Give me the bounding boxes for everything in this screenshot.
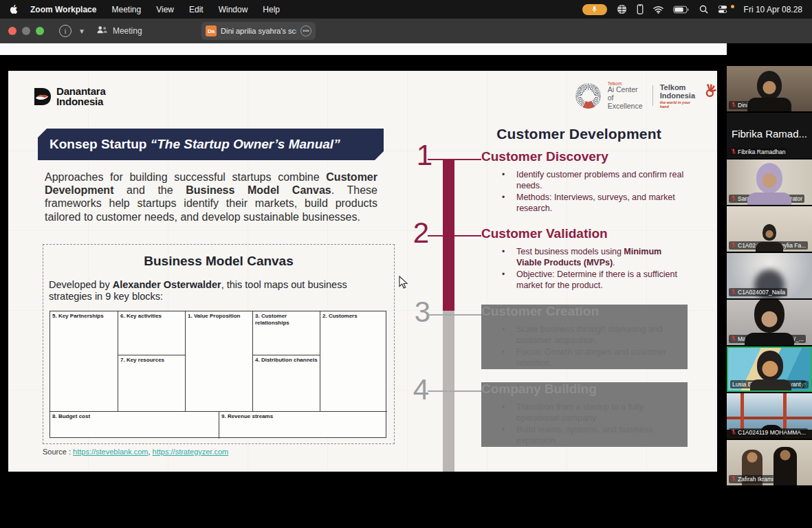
menu-meeting[interactable]: Meeting [111, 5, 141, 14]
shared-screen-tab[interactable]: Da Dini aprilia syahra's screen ••• [201, 22, 316, 40]
ai-coe-sunburst-icon [575, 83, 601, 109]
participant-tile[interactable]: Sarah Amalia_Moderator [727, 160, 812, 205]
wifi-icon[interactable] [653, 6, 663, 14]
timeline-number-2: 2 [406, 219, 429, 248]
section-company-building: Company Building Transition from a start… [481, 382, 688, 447]
participant-name: C1A024007_Naila [738, 289, 785, 296]
bmc-title: Business Model Canvas [43, 254, 395, 269]
logo-divider [652, 85, 653, 106]
participant-name: C1A024119 MOHAMMA... [738, 429, 806, 436]
menu-window[interactable]: Window [219, 5, 248, 14]
source-label: Source : [43, 448, 71, 456]
muted-mic-icon [731, 336, 736, 342]
window-close-button[interactable] [8, 27, 17, 35]
timeline-connector-4 [428, 390, 481, 392]
timeline-bullet: Identify customer problems and confirm r… [481, 169, 688, 191]
participant-tile[interactable]: Margaretha Selvina W_... [727, 300, 812, 345]
participant-tile[interactable]: C1A024007_Naila [727, 253, 812, 298]
muted-mic-icon [731, 148, 736, 155]
input-source-icon[interactable] [617, 4, 627, 14]
timeline-bar [443, 160, 454, 472]
timeline-connector-2 [428, 235, 481, 236]
muted-mic-icon [731, 429, 736, 436]
timeline-connector-1 [428, 159, 481, 160]
participant-tile[interactable]: Dini aprilia syahra [727, 66, 812, 111]
muted-mic-icon [731, 289, 736, 296]
participant-tile[interactable]: Fibrika Ramad...Fibrika Ramadhan [727, 113, 812, 158]
tab-options-icon[interactable]: ••• [300, 25, 311, 36]
bmc-cell-value-proposition: 1. Value Proposition [185, 311, 252, 411]
phone-mirroring-icon[interactable] [637, 4, 644, 14]
participant-name: Dini aprilia syahra [738, 102, 784, 109]
screen: Zoom Workplace Meeting View Edit Window … [0, 0, 812, 528]
battery-icon[interactable] [673, 6, 690, 14]
bmc-cell-customer-relationships: 3. Customer relationships [252, 311, 320, 355]
bmc-cell-key-partnerships: 5. Key Partnerships [50, 311, 118, 411]
control-center-icon[interactable] [718, 5, 727, 14]
participant-name: Sarah Amalia_Moderator [738, 195, 802, 202]
participant-tile[interactable]: C1A024057_Ameylia Fa... [727, 206, 812, 252]
participant-tile[interactable]: Zafirah Ikramiya [727, 440, 812, 485]
section-customer-creation: Customer Creation Scale business through… [481, 305, 688, 369]
bmc-cell-budget-cost: 8. Budget cost [50, 411, 219, 439]
section-bullets: Identify customer problems and confirm r… [481, 169, 688, 214]
participant-name-label: C1A024007_Naila [729, 288, 787, 297]
participant-tile[interactable]: C1A024119 MOHAMMA... [727, 393, 812, 439]
menu-edit[interactable]: Edit [189, 5, 204, 14]
source-link-steveblank[interactable]: https://steveblank.com [73, 448, 148, 456]
window-meeting-label: Meeting [113, 26, 142, 36]
participant-display-name: Fibrika Ramad... [727, 128, 812, 140]
telkom-tagline: the world in your hand [660, 100, 700, 109]
timeline-bullet: Test business models using Minimum Viabl… [481, 246, 688, 268]
bmc-cell-revenue-streams: 9. Revenue streams [219, 411, 387, 439]
telkom-line1: Telkom [660, 83, 700, 91]
muted-mic-icon [731, 476, 736, 483]
timeline-bullet: Scale business through marketing and cus… [481, 324, 688, 346]
menu-datetime[interactable]: Fri 10 Apr 08.28 [744, 5, 802, 14]
telkom-line2: Indonesia [660, 91, 700, 100]
participants-group-icon [96, 25, 108, 36]
danantara-logo-mark [33, 87, 52, 106]
muted-mic-icon [731, 242, 736, 249]
shared-screen-tab-title: Dini aprilia syahra's screen [221, 27, 296, 35]
menu-view[interactable]: View [156, 5, 174, 14]
danantara-logo-line2: Indonesia [56, 96, 106, 107]
participant-name: C1A024057_Ameylia Fa... [738, 242, 806, 249]
meeting-info-icon[interactable]: i [59, 25, 72, 37]
timeline-bullet: Build teams, systems, and business expan… [481, 424, 688, 446]
source-line: Source : https://steveblank.com, https:/… [43, 448, 228, 456]
coe-line1: Ai Center of [608, 86, 646, 102]
bmc-cell-key-activities: 6. Key activities [118, 311, 185, 355]
bmc-cell-customers: 2. Customers [320, 311, 387, 411]
spotlight-search-icon[interactable] [699, 5, 708, 14]
window-minimize-button[interactable] [22, 27, 30, 35]
participant-name: Lusia Elsa Dika Damayanty [732, 381, 804, 388]
intro-paragraph: Approaches for building successful start… [45, 170, 377, 223]
menu-help[interactable]: Help [263, 5, 280, 14]
shared-slide: Danantara Indonesia Telkom Ai Center of … [8, 71, 717, 472]
chevron-down-icon[interactable]: ▼ [78, 28, 85, 35]
section-bullets: Test business models using Minimum Viabl… [481, 246, 688, 291]
timeline-connector-3 [428, 314, 481, 316]
participant-name: Fibrika Ramadhan [738, 148, 785, 155]
apple-icon[interactable] [10, 4, 19, 15]
muted-mic-icon [731, 102, 736, 109]
participant-name-label: Fibrika Ramadhan [729, 148, 787, 157]
section-bullets: Transition from a startup to a fully ope… [481, 402, 688, 446]
timeline-number-3: 3 [407, 298, 430, 327]
macos-menu-bar: Zoom Workplace Meeting View Edit Window … [0, 0, 812, 19]
participant-name: Zafirah Ikramiya [738, 476, 780, 483]
participant-tile[interactable]: Lusia Elsa Dika Damayanty [727, 346, 812, 392]
window-zoom-button[interactable] [36, 27, 44, 35]
muted-mic-icon [731, 195, 736, 202]
participant-name-label: C1A024057_Ameylia Fa... [729, 241, 808, 250]
section-customer-discovery: Customer Discovery Identify customer pro… [481, 150, 688, 214]
telkom-logos: Telkom Ai Center of Excellence Telkom In… [575, 81, 717, 111]
shared-screen-thumbnail: Da [206, 25, 217, 36]
menu-app-name[interactable]: Zoom Workplace [30, 5, 96, 14]
zoom-mic-status-icon[interactable] [582, 4, 607, 15]
participant-name: Margaretha Selvina W_... [738, 336, 804, 342]
source-link-strategyzer[interactable]: https://strategyzer.com [153, 448, 229, 456]
participant-name-label: Sarah Amalia_Moderator [729, 195, 804, 204]
timeline-bullet: Transition from a startup to a fully ope… [481, 402, 688, 424]
